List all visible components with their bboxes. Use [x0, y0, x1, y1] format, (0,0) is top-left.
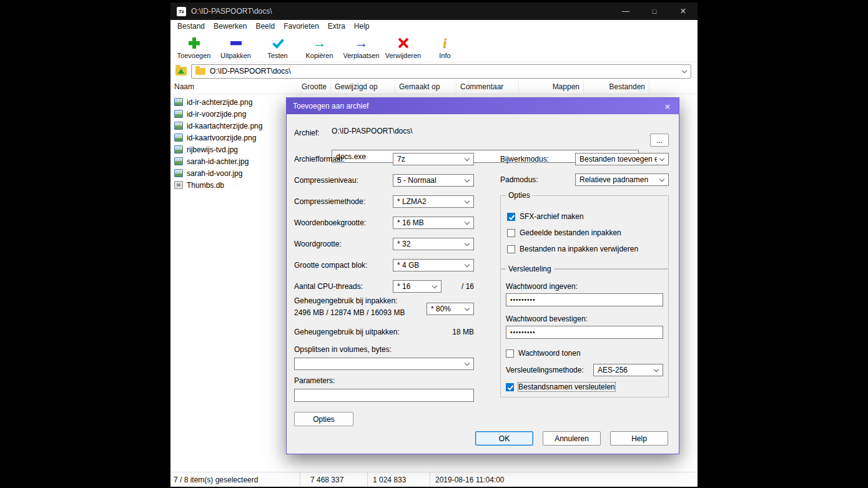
column-header-gemaakt-op[interactable]: Gemaakt op	[395, 80, 456, 94]
column-header-commentaar[interactable]: Commentaar	[456, 80, 519, 94]
checkbox-unchecked-icon	[507, 245, 515, 253]
menu-bestand[interactable]: Bestand	[173, 21, 209, 32]
archive-path: O:\ID-PASPOORT\docs\	[332, 127, 413, 135]
menu-extra[interactable]: Extra	[323, 21, 350, 32]
chevron-down-icon[interactable]	[682, 68, 687, 73]
chevron-down-icon	[659, 156, 664, 161]
memory-usage-unpack-row: Geheugengebruik bij uitpakken: 18 MB	[294, 328, 474, 338]
add-to-archive-dialog: Toevoegen aan archief × Archief: O:\ID-P…	[286, 97, 679, 454]
options-group-legend: Opties	[506, 191, 533, 200]
toolbar-delete-button[interactable]: Verwijderen	[382, 36, 424, 59]
chevron-down-icon	[654, 367, 659, 372]
compression-level-row: Compressieniveau: 5 - Normaal	[294, 174, 474, 187]
shared-files-checkbox[interactable]: Gedeelde bestanden inpakken	[507, 227, 662, 238]
window-title: O:\ID-PASPOORT\docs\	[191, 7, 272, 16]
toolbar-add-button[interactable]: Toevoegen	[173, 36, 215, 59]
memory-usage-pack-block: Geheugengebruik bij inpakken: 2496 MB / …	[294, 295, 474, 323]
address-path: O:\ID-PASPOORT\docs\	[210, 67, 291, 76]
toolbar-info-button[interactable]: i Info	[424, 36, 466, 59]
minimize-button[interactable]: —	[611, 2, 640, 20]
chevron-down-icon	[465, 177, 470, 182]
memory-unpack-label: Geheugengebruik bij uitpakken:	[294, 328, 400, 338]
toolbar-move-button[interactable]: → Verplaatsen	[340, 36, 382, 59]
toolbar-test-button[interactable]: Testen	[257, 36, 298, 59]
password-enter-input[interactable]: •••••••••	[506, 293, 663, 306]
move-arrow-icon: →	[355, 36, 368, 51]
dialog-title: Toevoegen aan archief	[293, 102, 368, 110]
path-mode-select[interactable]: Relatieve padnamen	[575, 173, 669, 186]
dialog-titlebar: Toevoegen aan archief ×	[287, 98, 679, 114]
7zip-app-icon: 7z	[177, 7, 186, 16]
password-enter-label: Wachtwoord ingeven:	[506, 282, 663, 291]
ok-button[interactable]: OK	[475, 431, 533, 446]
word-size-select[interactable]: * 32	[393, 238, 474, 250]
chevron-down-icon	[465, 361, 470, 366]
password-confirm-input[interactable]: •••••••••	[506, 326, 663, 339]
options-button[interactable]: Opties	[294, 412, 353, 426]
column-header-mappen[interactable]: Mappen	[519, 80, 584, 94]
memory-usage-select[interactable]: * 80%	[427, 303, 474, 315]
browse-button[interactable]: ...	[650, 134, 669, 147]
info-icon: i	[443, 36, 447, 51]
toolbar: Toevoegen Uitpakken Testen → Kopiëren → …	[170, 32, 698, 62]
toolbar-copy-button[interactable]: → Kopiëren	[298, 36, 340, 59]
solid-block-size-select[interactable]: * 4 GB	[393, 259, 474, 271]
image-file-icon	[174, 157, 183, 165]
window-titlebar: 7z O:\ID-PASPOORT\docs\ — □ ×	[170, 2, 698, 20]
split-volumes-combobox[interactable]	[294, 358, 474, 370]
compression-level-select[interactable]: 5 - Normaal	[393, 174, 474, 187]
column-header-naam[interactable]: Naam	[170, 80, 302, 94]
menu-bewerken[interactable]: Bewerken	[209, 21, 251, 32]
password-confirm-label: Wachtwoord bevestigen:	[506, 315, 663, 324]
sfx-archive-checkbox[interactable]: SFX-archief maken	[507, 211, 662, 222]
delete-x-icon	[398, 37, 409, 49]
add-plus-icon	[188, 37, 200, 49]
dialog-right-column: Bijwerkmodus: Bestanden toevoegen en ver…	[500, 153, 669, 398]
close-button[interactable]: ×	[669, 2, 698, 20]
chevron-down-icon	[465, 262, 470, 267]
status-selection: 7 / 8 item(s) geselecteerd	[170, 472, 300, 487]
update-mode-select[interactable]: Bestanden toevoegen en vervangen	[575, 153, 669, 165]
parameters-label: Parameters:	[294, 376, 474, 386]
menu-beeld[interactable]: Beeld	[251, 21, 279, 32]
chevron-down-icon	[659, 177, 664, 182]
archive-format-row: Archiefformaat: 7z	[294, 153, 474, 165]
test-checkmark-icon	[272, 38, 284, 48]
status-bar: 7 / 8 item(s) geselecteerd 7 468 337 1 0…	[170, 472, 698, 487]
chevron-down-icon	[465, 156, 470, 161]
compression-method-row: Compressiemethode: * LZMA2	[294, 195, 474, 208]
image-file-icon	[174, 122, 183, 130]
cancel-button[interactable]: Annuleren	[543, 431, 601, 446]
cpu-threads-select[interactable]: * 16	[393, 280, 441, 293]
folder-up-icon[interactable]	[175, 67, 187, 76]
archive-format-select[interactable]: 7z	[393, 153, 474, 165]
address-combobox[interactable]: O:\ID-PASPOORT\docs\	[191, 64, 691, 79]
status-size-selected: 1 024 833	[368, 472, 430, 487]
checkbox-unchecked-icon	[506, 349, 514, 358]
window-controls: — □ ×	[611, 2, 698, 20]
column-header-bestanden[interactable]: Bestanden	[584, 80, 649, 94]
column-header-gewijzigd-op[interactable]: Gewijzigd op	[331, 80, 395, 94]
encryption-method-row: Versleutelingsmethode: AES-256	[506, 364, 663, 376]
dictionary-size-select[interactable]: * 16 MB	[393, 217, 474, 229]
image-file-icon	[174, 169, 183, 177]
dialog-close-icon[interactable]: ×	[656, 98, 679, 114]
file-list-header: Naam Grootte Gewijzigd op Gemaakt op Com…	[170, 80, 698, 94]
menu-favorieten[interactable]: Favorieten	[279, 21, 323, 32]
encryption-method-select[interactable]: AES-256	[593, 364, 663, 376]
compression-method-select[interactable]: * LZMA2	[393, 195, 474, 208]
folder-icon	[195, 68, 205, 75]
toolbar-extract-button[interactable]: Uitpakken	[215, 36, 257, 59]
parameters-input[interactable]	[294, 389, 474, 402]
encryption-group: Versleuteling Wachtwoord ingeven: ••••••…	[500, 269, 669, 398]
encrypt-filenames-checkbox[interactable]: Bestandsnamen versleutelen	[506, 381, 663, 393]
maximize-button[interactable]: □	[640, 2, 669, 20]
menu-help[interactable]: Help	[350, 21, 374, 32]
column-header-grootte[interactable]: Grootte	[302, 80, 331, 94]
cpu-threads-max: / 16	[461, 282, 474, 291]
menu-bar: Bestand Bewerken Beeld Favorieten Extra …	[170, 20, 698, 32]
encryption-group-legend: Versleuteling	[506, 265, 554, 273]
delete-after-compress-checkbox[interactable]: Bestanden na inpakken verwijderen	[507, 243, 662, 255]
show-password-checkbox[interactable]: Wachtwoord tonen	[506, 348, 663, 359]
help-button[interactable]: Help	[610, 431, 668, 446]
